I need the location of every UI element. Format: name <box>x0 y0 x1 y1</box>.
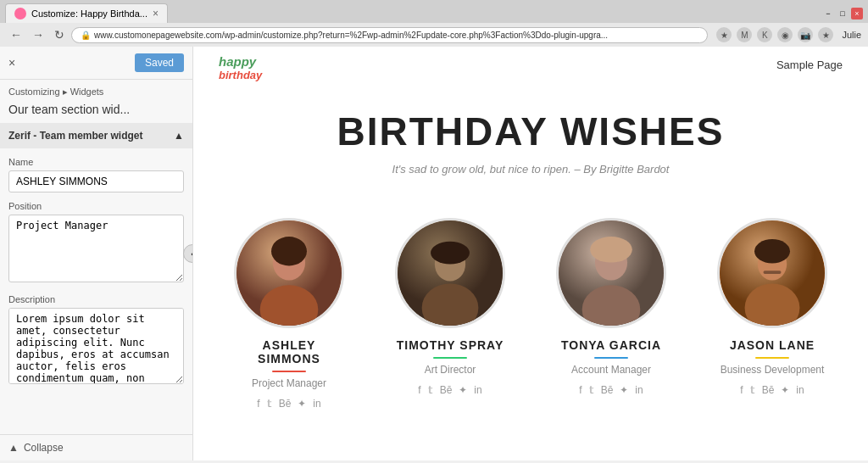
member-name-timothy: TIMOTHY SPRAY <box>391 338 509 352</box>
linkedin-icon[interactable]: in <box>313 398 320 410</box>
behance-icon[interactable]: Bē <box>279 398 292 410</box>
breadcrumb: Customizing ▸ Widgets <box>0 80 192 101</box>
section-title: Our team section wid... <box>0 101 192 123</box>
forward-btn[interactable]: → <box>29 26 47 43</box>
username: Julie <box>842 30 861 40</box>
member-position-timothy: Art Director <box>391 364 509 376</box>
avatar-timothy-img <box>398 220 503 326</box>
position-label: Position <box>8 201 184 211</box>
sidebar-close-btn[interactable]: × <box>8 56 15 70</box>
avatar-jason <box>717 218 827 328</box>
dribbble-icon[interactable]: ✦ <box>781 384 789 396</box>
lock-icon: 🔒 <box>81 31 91 40</box>
address-bar[interactable]: 🔒 www.customonepagewebsite.com/wp-admin/… <box>71 27 708 43</box>
member-name-ashley: ASHLEY SIMMONS <box>230 338 348 365</box>
description-textarea[interactable]: Lorem ipsum dolor sit amet, consectetur … <box>8 308 184 384</box>
social-icons-jason: f 𝕥 Bē ✦ in <box>713 384 832 396</box>
social-icons-ashley: f 𝕥 Bē ✦ in <box>230 398 348 410</box>
member-divider-tonya <box>594 357 628 359</box>
bookmark-icon[interactable]: ★ <box>716 27 732 42</box>
facebook-icon[interactable]: f <box>740 384 743 396</box>
svg-point-11 <box>590 237 632 263</box>
main-layout: × Saved Customizing ▸ Widgets Our team s… <box>0 47 868 460</box>
social-icons-timothy: f 𝕥 Bē ✦ in <box>391 384 509 396</box>
linkedin-icon[interactable]: in <box>474 384 481 396</box>
facebook-icon[interactable]: f <box>418 384 420 396</box>
dribbble-icon[interactable]: ✦ <box>620 384 628 396</box>
member-divider-jason <box>755 357 789 359</box>
reload-btn[interactable]: ↻ <box>51 26 68 43</box>
collapse-arrow-icon: ▲ <box>8 442 19 454</box>
behance-icon[interactable]: Bē <box>601 384 614 396</box>
twitter-icon[interactable]: 𝕥 <box>267 398 272 410</box>
avatar-jason-img <box>720 220 825 326</box>
team-member-tonya: TONYA GARCIA Account Manager f 𝕥 Bē ✦ in <box>552 218 670 410</box>
saved-button[interactable]: Saved <box>135 53 184 72</box>
twitter-icon[interactable]: 𝕥 <box>750 384 755 396</box>
breadcrumb-text: Customizing ▸ Widgets <box>8 86 103 97</box>
sidebar-top-bar: × Saved <box>0 47 192 80</box>
shield-icon[interactable]: ◉ <box>777 27 793 42</box>
dribbble-icon[interactable]: ✦ <box>459 384 467 396</box>
name-field-group: Name <box>8 157 184 192</box>
svg-rect-16 <box>764 271 782 274</box>
browser-tab[interactable]: Customize: Happy Birthda... × <box>5 3 168 23</box>
user-area: Julie <box>842 30 861 40</box>
tab-title: Customize: Happy Birthda... <box>31 8 147 19</box>
description-field-group: Description Lorem ipsum dolor sit amet, … <box>8 294 184 388</box>
sample-page-link[interactable]: Sample Page <box>776 59 843 71</box>
position-field-group: Position Project Manager <box>8 201 184 286</box>
team-member-ashley: ASHLEY SIMMONS Project Manager f 𝕥 Bē ✦ … <box>230 218 348 410</box>
avatar-ashley <box>234 218 344 328</box>
behance-icon[interactable]: Bē <box>762 384 775 396</box>
window-minimize-btn[interactable]: − <box>822 8 834 20</box>
name-input[interactable] <box>8 170 184 192</box>
twitter-icon[interactable]: 𝕥 <box>428 384 433 396</box>
collapse-bar[interactable]: ▲ Collapse <box>0 434 192 460</box>
member-divider-timothy <box>433 357 467 359</box>
linkedin-icon[interactable]: in <box>796 384 804 396</box>
member-position-jason: Business Development <box>713 364 832 376</box>
social-icons-tonya: f 𝕥 Bē ✦ in <box>552 384 670 396</box>
behance-icon[interactable]: Bē <box>440 384 453 396</box>
position-textarea[interactable]: Project Manager <box>8 215 184 282</box>
member-name-jason: JASON LANE <box>713 338 832 352</box>
team-member-jason: JASON LANE Business Development f 𝕥 Bē ✦… <box>713 218 832 410</box>
facebook-icon[interactable]: f <box>579 384 581 396</box>
extensions-icon[interactable]: K <box>757 27 772 42</box>
hero-title: BIRTHDAY WISHES <box>210 109 851 154</box>
twitter-icon[interactable]: 𝕥 <box>589 384 594 396</box>
camera-icon[interactable]: 📷 <box>798 27 813 42</box>
hero-subtitle: It's sad to grow old, but nice to ripen.… <box>210 163 851 176</box>
site-logo: happy birthday <box>219 55 262 81</box>
section-title-text: Our team section wid... <box>8 103 130 116</box>
svg-point-15 <box>754 239 790 264</box>
linkedin-icon[interactable]: in <box>635 384 643 396</box>
widget-section: Zerif - Team member widget ▲ Name Positi… <box>0 123 192 388</box>
facebook-icon[interactable]: f <box>257 398 259 410</box>
window-maximize-btn[interactable]: □ <box>837 8 849 20</box>
tab-close-btn[interactable]: × <box>153 8 159 20</box>
widget-title: Zerif - Team member widget <box>8 130 142 142</box>
hero-section: BIRTHDAY WISHES It's sad to grow old, bu… <box>193 83 868 209</box>
description-label: Description <box>8 294 184 304</box>
name-label: Name <box>8 157 184 167</box>
member-position-ashley: Project Manager <box>230 377 348 389</box>
avatar-tonya <box>556 218 666 328</box>
avatar-timothy <box>395 218 505 328</box>
back-btn[interactable]: ← <box>7 26 25 43</box>
member-divider-ashley <box>272 371 306 372</box>
star-icon[interactable]: ★ <box>818 27 833 42</box>
widget-header[interactable]: Zerif - Team member widget ▲ <box>0 123 192 148</box>
collapse-label: Collapse <box>24 442 64 454</box>
account-icon[interactable]: M <box>737 27 752 42</box>
widget-collapse-icon: ▲ <box>174 130 184 142</box>
url-text: www.customonepagewebsite.com/wp-admin/cu… <box>94 31 608 40</box>
member-position-tonya: Account Manager <box>552 364 670 376</box>
avatar-ashley-img <box>236 220 342 326</box>
team-member-timothy: TIMOTHY SPRAY Art Director f 𝕥 Bē ✦ in <box>391 218 509 410</box>
member-name-tonya: TONYA GARCIA <box>552 338 670 352</box>
tab-favicon <box>14 8 26 20</box>
dribbble-icon[interactable]: ✦ <box>298 398 306 410</box>
window-close-btn[interactable]: × <box>851 8 863 20</box>
